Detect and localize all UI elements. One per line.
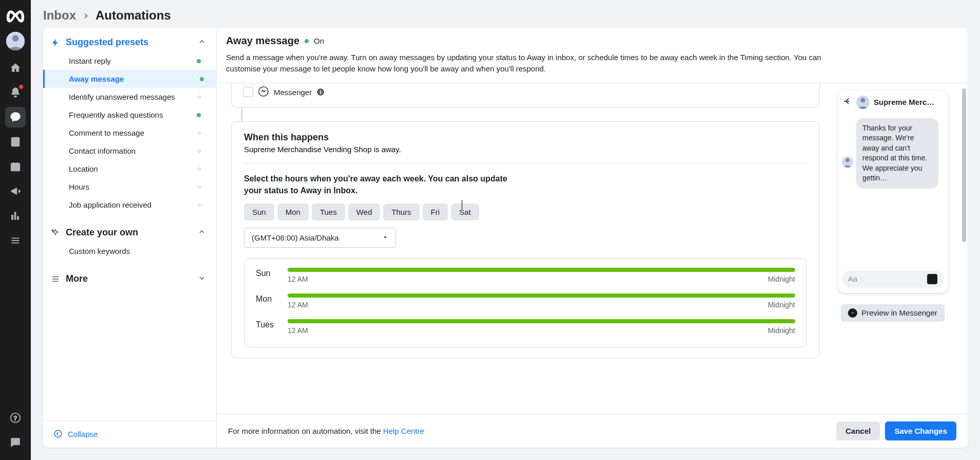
preset-label: Contact information	[69, 146, 136, 155]
preset-label: Identify unanswered messages	[69, 93, 175, 101]
help-centre-link[interactable]: Help Centre	[383, 427, 424, 435]
day-filter-pills: Sun Mon Tues Wed Thurs Fri Sat	[244, 204, 807, 220]
when-title: When this happens	[244, 132, 807, 143]
global-nav-rail: ?	[0, 0, 31, 460]
custom-keywords-item[interactable]: Custom keywords	[46, 242, 213, 260]
preview-bubble-avatar	[842, 156, 853, 168]
footer-info-text: For more information on automation, visi…	[228, 427, 424, 435]
timezone-value: (GMT+06:00) Asia/Dhaka	[252, 233, 339, 242]
content-header: Away message On Send a message when you'…	[217, 28, 968, 83]
preset-hours[interactable]: Hours	[46, 178, 213, 196]
messenger-checkbox[interactable]	[243, 87, 253, 97]
preset-away-message[interactable]: Away message	[43, 70, 216, 88]
nav-ads-icon[interactable]	[5, 181, 26, 201]
preview-in-messenger-button[interactable]: Preview in Messenger	[841, 304, 945, 322]
messenger-preview: Supreme Merc… Thanks for your message. W…	[838, 90, 948, 293]
account-avatar[interactable]	[6, 32, 25, 50]
status-dot-off	[198, 96, 201, 99]
content-body: Messenger i When this happens Supreme Me…	[217, 83, 968, 414]
day-pill-tues[interactable]: Tues	[312, 204, 345, 220]
chevron-right-icon	[82, 8, 89, 23]
status-dot-off	[198, 204, 201, 207]
preset-location[interactable]: Location	[46, 160, 213, 178]
svg-point-1	[12, 35, 19, 42]
create-your-own-header[interactable]: Create your own	[43, 218, 216, 242]
timezone-select[interactable]: (GMT+06:00) Asia/Dhaka	[244, 228, 396, 248]
flow-connector	[241, 108, 242, 121]
nav-home-icon[interactable]	[5, 58, 26, 78]
status-dot-on	[197, 59, 201, 63]
suggested-presets-header[interactable]: Suggested presets	[43, 28, 216, 52]
nav-insights-icon[interactable]	[5, 206, 26, 226]
status-dot-off	[198, 150, 201, 153]
nav-report-icon[interactable]	[5, 432, 26, 453]
lightning-icon	[49, 38, 62, 47]
preset-label: Instant reply	[69, 57, 111, 65]
day-pill-thurs[interactable]: Thurs	[383, 204, 419, 220]
meta-logo[interactable]	[5, 6, 26, 27]
day-pill-sat[interactable]: Sat	[451, 204, 479, 220]
chevron-down-icon	[198, 274, 206, 284]
day-pill-fri[interactable]: Fri	[423, 204, 448, 220]
preset-comment-to-message[interactable]: Comment to message	[46, 124, 213, 142]
svg-rect-3	[11, 163, 20, 171]
preview-back-icon[interactable]	[843, 97, 852, 107]
weekly-schedule: Sun 12 AM Midnight Mon	[244, 258, 807, 347]
preset-label: Comment to message	[69, 128, 144, 137]
sticker-icon	[927, 274, 937, 284]
cancel-button[interactable]: Cancel	[836, 421, 880, 440]
preset-label: Hours	[69, 182, 89, 191]
preset-label: Location	[69, 164, 98, 173]
more-header[interactable]: More	[43, 264, 216, 288]
schedule-bar[interactable]	[288, 293, 795, 298]
day-pill-mon[interactable]: Mon	[277, 204, 309, 220]
svg-point-6	[54, 430, 62, 437]
page-title: Automations	[96, 8, 171, 23]
preset-faq[interactable]: Frequently asked questions	[46, 106, 213, 124]
nav-notifications-icon[interactable]	[5, 82, 26, 103]
nav-posts-icon[interactable]	[5, 132, 26, 152]
messenger-label: Messenger	[274, 88, 312, 97]
preset-identify-unanswered[interactable]: Identify unanswered messages	[46, 88, 213, 106]
notification-badge	[19, 85, 23, 89]
nav-inbox-icon[interactable]	[5, 107, 26, 127]
sparkle-icon	[49, 228, 62, 237]
schedule-bar[interactable]	[288, 268, 795, 272]
schedule-bar[interactable]	[288, 319, 795, 323]
info-icon[interactable]: i	[317, 88, 324, 96]
automation-description: Send a message when you're away. Turn on…	[226, 52, 822, 75]
content-pane: Away message On Send a message when you'…	[217, 28, 968, 448]
preset-contact-info[interactable]: Contact information	[46, 142, 213, 160]
scrollbar-thumb[interactable]	[962, 88, 966, 242]
nav-all-tools-icon[interactable]	[5, 230, 26, 251]
save-changes-button[interactable]: Save Changes	[885, 421, 956, 440]
collapse-sidebar-button[interactable]: Collapse	[43, 420, 216, 448]
preset-label: Custom keywords	[69, 247, 130, 255]
preview-input: Aa	[842, 270, 944, 288]
nav-planner-icon[interactable]	[5, 156, 26, 177]
automation-title: Away message	[226, 35, 299, 47]
when-subtitle: Supreme Merchandise Vending Shop is away…	[244, 145, 807, 154]
breadcrumb-parent[interactable]: Inbox	[43, 8, 76, 23]
when-instruction: Select the hours when you're away each w…	[244, 173, 521, 196]
status-dot-on	[305, 39, 309, 43]
config-column[interactable]: Messenger i When this happens Supreme Me…	[217, 83, 834, 414]
svg-point-11	[845, 158, 850, 162]
status-dot-on	[197, 113, 201, 117]
messenger-icon	[848, 308, 857, 318]
list-icon	[49, 274, 62, 284]
preset-instant-reply[interactable]: Instant reply	[46, 52, 213, 70]
caret-down-icon	[382, 234, 388, 241]
day-pill-wed[interactable]: Wed	[348, 204, 381, 220]
preset-label: Frequently asked questions	[69, 111, 163, 119]
status-dot-off	[198, 186, 201, 189]
nav-help-icon[interactable]: ?	[5, 408, 26, 428]
scrollbar[interactable]	[960, 83, 968, 414]
text-cursor	[462, 200, 462, 209]
chevron-up-icon	[198, 38, 206, 47]
preset-job-application[interactable]: Job application received	[46, 196, 213, 214]
automation-panel: Suggested presets Instant reply Away mes…	[43, 28, 968, 448]
day-pill-sun[interactable]: Sun	[244, 204, 274, 220]
preview-input-placeholder: Aa	[848, 274, 857, 283]
preview-avatar	[856, 96, 870, 109]
